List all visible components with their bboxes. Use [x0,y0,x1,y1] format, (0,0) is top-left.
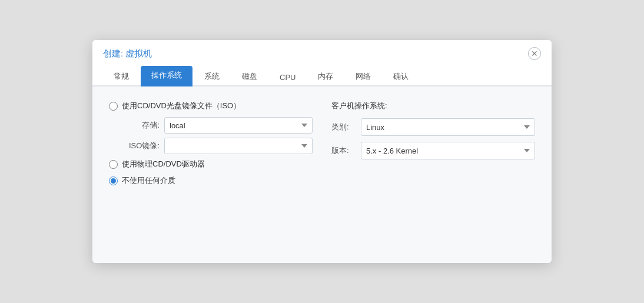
tab-bar: 常规 操作系统 系统 磁盘 CPU 内存 网络 确认 [92,60,552,86]
tab-general[interactable]: 常规 [103,67,140,86]
iso-option-label[interactable]: 使用CD/DVD光盘镜像文件（ISO） [122,101,241,111]
right-column: 客户机操作系统: 类别: Linux Windows Solaris Other… [331,101,535,192]
close-button[interactable]: ✕ [528,47,541,60]
physical-dvd-radio[interactable] [109,160,118,169]
category-field-row: 类别: Linux Windows Solaris Other [331,118,535,136]
left-column: 使用CD/DVD光盘镜像文件（ISO） 存储: local ISO镜像: [109,101,313,192]
physical-dvd-label[interactable]: 使用物理CD/DVD驱动器 [122,159,205,169]
iso-field-row: ISO镜像: [122,138,313,154]
create-vm-dialog: 创建: 虚拟机 ✕ 常规 操作系统 系统 磁盘 CPU 内存 网络 确认 使用C… [92,40,552,263]
dialog-body: 使用CD/DVD光盘镜像文件（ISO） 存储: local ISO镜像: [92,86,552,263]
no-media-label[interactable]: 不使用任何介质 [122,175,175,186]
body-columns: 使用CD/DVD光盘镜像文件（ISO） 存储: local ISO镜像: [109,101,535,192]
tab-confirm[interactable]: 确认 [383,67,419,86]
category-label: 类别: [331,122,355,132]
no-media-option-row: 不使用任何介质 [109,175,313,186]
tab-disk[interactable]: 磁盘 [231,67,268,86]
dialog-title: 创建: 虚拟机 [103,48,152,59]
category-select[interactable]: Linux Windows Solaris Other [361,118,535,136]
dialog-header: 创建: 虚拟机 ✕ [92,40,552,60]
iso-label: ISO镜像: [122,141,160,151]
tab-os[interactable]: 操作系统 [141,66,192,86]
storage-label: 存储: [122,120,160,131]
tab-memory[interactable]: 内存 [307,67,344,86]
close-icon: ✕ [531,49,538,58]
iso-radio[interactable] [109,102,118,111]
no-media-radio[interactable] [109,177,118,185]
tab-network[interactable]: 网络 [345,67,381,86]
storage-field-row: 存储: local [122,117,313,134]
storage-select[interactable]: local [164,117,313,134]
tab-cpu[interactable]: CPU [269,69,306,86]
iso-select[interactable] [164,138,313,154]
version-label: 版本: [331,145,355,156]
tab-system[interactable]: 系统 [194,67,230,86]
iso-subfields: 存储: local ISO镜像: [122,117,313,154]
iso-option-row: 使用CD/DVD光盘镜像文件（ISO） [109,101,313,111]
guest-os-title: 客户机操作系统: [331,101,535,111]
version-field-row: 版本: 5.x - 2.6 Kernel 4.x - 2.6 Kernel 3.… [331,142,535,159]
version-select[interactable]: 5.x - 2.6 Kernel 4.x - 2.6 Kernel 3.x - … [361,142,535,159]
physical-dvd-option-row: 使用物理CD/DVD驱动器 [109,159,313,169]
